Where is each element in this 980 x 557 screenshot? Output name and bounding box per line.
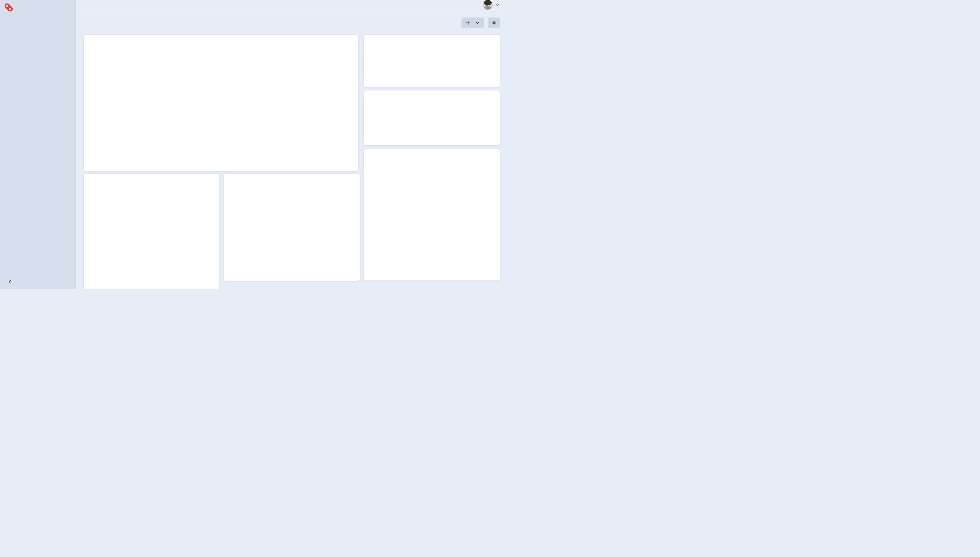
new-widget-button[interactable]: [462, 18, 484, 28]
shipping-country-widget: [364, 149, 500, 280]
sidebar-header: [0, 0, 75, 15]
revenue-widget: [84, 35, 358, 171]
dashboard-content: [76, 10, 508, 289]
gear-icon: [492, 21, 496, 25]
sidebar-nav: [0, 15, 75, 17]
average-order-total-widget: [364, 35, 500, 87]
main-area: [76, 0, 508, 289]
user-avatar[interactable]: [483, 0, 492, 10]
top-products-widget: [224, 174, 360, 281]
chevron-down-icon: [475, 21, 479, 25]
header-actions: [462, 18, 500, 28]
revenue-line-chart: [84, 60, 358, 171]
dashboard-settings-button[interactable]: [488, 18, 500, 28]
app-window: [0, 0, 508, 289]
toggle-sidebar-button[interactable]: [0, 274, 75, 289]
chain-link-logo-icon: [5, 3, 13, 12]
chevron-left-icon: [8, 280, 12, 284]
top-bar: [76, 0, 508, 10]
recent-orders-widget: [84, 174, 219, 289]
widget-grid: [84, 35, 500, 289]
plus-icon: [466, 21, 470, 25]
shipping-country-donut-chart: [392, 160, 472, 240]
chevron-down-icon[interactable]: [495, 3, 500, 7]
repeat-customers-widget: [364, 90, 500, 145]
page-header: [84, 10, 500, 35]
recent-orders-title: [84, 174, 219, 185]
top-products-subtitle: [224, 182, 360, 186]
sidebar: [0, 0, 76, 289]
